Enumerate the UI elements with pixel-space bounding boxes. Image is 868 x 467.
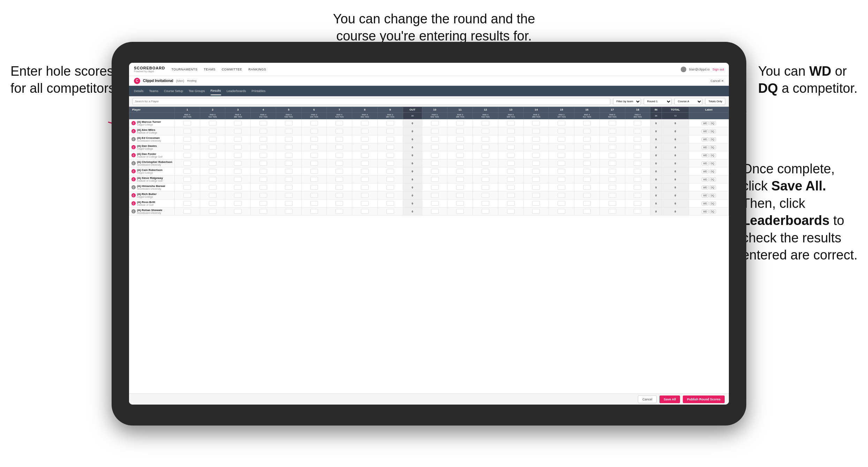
hole-8-score-input[interactable] [361, 185, 369, 190]
hole-9-score-input[interactable] [386, 161, 394, 166]
dq-button[interactable]: DQ [709, 145, 716, 149]
hole-10-score-input[interactable] [431, 201, 439, 206]
hole-4-score-input[interactable] [259, 121, 267, 126]
publish-button[interactable]: Publish Round Scores [683, 396, 725, 403]
hole-5-score-input[interactable] [285, 145, 293, 150]
wd-button[interactable]: WD [702, 153, 709, 157]
hole-18-score-input[interactable] [634, 177, 641, 182]
hole-15-score-input[interactable] [558, 137, 565, 142]
nav-committee[interactable]: COMMITTEE [222, 67, 242, 72]
hole-1-score-input[interactable] [183, 145, 191, 150]
wd-button[interactable]: WD [702, 178, 709, 181]
hole-3-score-input[interactable] [234, 161, 242, 166]
hole-6-score-input[interactable] [310, 177, 318, 182]
hole-1-score-input[interactable] [183, 129, 191, 134]
dq-button[interactable]: DQ [709, 194, 716, 197]
hole-10-score-input[interactable] [431, 145, 439, 150]
hole-1-score-input[interactable] [183, 193, 191, 198]
hole-14-score-input[interactable] [532, 177, 540, 182]
hole-9-score-input[interactable] [386, 177, 394, 182]
hole-7-score-input[interactable] [335, 129, 343, 134]
hole-8-score-input[interactable] [361, 145, 369, 150]
hole-3-score-input[interactable] [234, 201, 242, 206]
hole-12-score-input[interactable] [482, 185, 489, 190]
hole-4-score-input[interactable] [259, 137, 267, 142]
hole-3-score-input[interactable] [234, 145, 242, 150]
hole-7-score-input[interactable] [335, 137, 343, 142]
hole-4-score-input[interactable] [259, 185, 267, 190]
hole-3-score-input[interactable] [234, 137, 242, 142]
hole-17-score-input[interactable] [609, 193, 616, 198]
search-player-input[interactable] [133, 98, 610, 105]
wd-button[interactable]: WD [702, 129, 709, 133]
dq-button[interactable]: DQ [709, 137, 716, 141]
hole-18-score-input[interactable] [634, 129, 641, 134]
hole-17-score-input[interactable] [609, 145, 616, 150]
hole-3-score-input[interactable] [234, 209, 242, 214]
hole-14-score-input[interactable] [532, 145, 540, 150]
section-printables[interactable]: Printables [251, 87, 265, 95]
hole-8-score-input[interactable] [361, 193, 369, 198]
dq-button[interactable]: DQ [709, 129, 716, 133]
wd-button[interactable]: WD [702, 121, 709, 125]
hole-15-score-input[interactable] [558, 193, 565, 198]
hole-1-score-input[interactable] [183, 201, 191, 206]
hole-11-score-input[interactable] [456, 169, 464, 174]
hole-15-score-input[interactable] [558, 209, 565, 214]
hole-11-score-input[interactable] [456, 137, 464, 142]
nav-tournaments[interactable]: TOURNAMENTS [171, 67, 197, 72]
hole-9-score-input[interactable] [386, 185, 394, 190]
totals-only-btn[interactable]: Totals Only [705, 98, 725, 105]
hole-8-score-input[interactable] [361, 129, 369, 134]
hole-4-score-input[interactable] [259, 153, 267, 158]
hole-13-score-input[interactable] [507, 201, 515, 206]
wd-button[interactable]: WD [702, 161, 709, 165]
hole-13-score-input[interactable] [507, 137, 515, 142]
hole-11-score-input[interactable] [456, 153, 464, 158]
dq-button[interactable]: DQ [709, 210, 716, 213]
hole-2-score-input[interactable] [209, 121, 217, 126]
hole-11-score-input[interactable] [456, 209, 464, 214]
hole-18-score-input[interactable] [634, 161, 641, 166]
hole-1-score-input[interactable] [183, 161, 191, 166]
hole-12-score-input[interactable] [482, 161, 489, 166]
hole-12-score-input[interactable] [482, 177, 489, 182]
hole-4-score-input[interactable] [259, 177, 267, 182]
hole-3-score-input[interactable] [234, 193, 242, 198]
hole-6-score-input[interactable] [310, 121, 318, 126]
hole-12-score-input[interactable] [482, 201, 489, 206]
hole-10-score-input[interactable] [431, 209, 439, 214]
hole-15-score-input[interactable] [558, 129, 565, 134]
hole-14-score-input[interactable] [532, 169, 540, 174]
filter-team-select[interactable]: Filter by team [613, 98, 641, 105]
hole-13-score-input[interactable] [507, 153, 515, 158]
hole-4-score-input[interactable] [259, 169, 267, 174]
wd-button[interactable]: WD [702, 194, 709, 197]
hole-5-score-input[interactable] [285, 185, 293, 190]
hole-9-score-input[interactable] [386, 121, 394, 126]
hole-17-score-input[interactable] [609, 161, 616, 166]
wd-button[interactable]: WD [702, 202, 709, 205]
hole-14-score-input[interactable] [532, 121, 540, 126]
hole-15-score-input[interactable] [558, 161, 565, 166]
hole-12-score-input[interactable] [482, 169, 489, 174]
hole-6-score-input[interactable] [310, 137, 318, 142]
hole-1-score-input[interactable] [183, 137, 191, 142]
hole-14-score-input[interactable] [532, 137, 540, 142]
hole-8-score-input[interactable] [361, 121, 369, 126]
hole-14-score-input[interactable] [532, 153, 540, 158]
hole-8-score-input[interactable] [361, 201, 369, 206]
hole-4-score-input[interactable] [259, 193, 267, 198]
hole-2-score-input[interactable] [209, 177, 217, 182]
hole-14-score-input[interactable] [532, 129, 540, 134]
hole-5-score-input[interactable] [285, 193, 293, 198]
hole-5-score-input[interactable] [285, 209, 293, 214]
hole-10-score-input[interactable] [431, 193, 439, 198]
hole-18-score-input[interactable] [634, 137, 641, 142]
save-all-button[interactable]: Save All [659, 396, 680, 403]
hole-12-score-input[interactable] [482, 121, 489, 126]
hole-7-score-input[interactable] [335, 193, 343, 198]
hole-5-score-input[interactable] [285, 153, 293, 158]
hole-18-score-input[interactable] [634, 193, 641, 198]
hole-12-score-input[interactable] [482, 137, 489, 142]
